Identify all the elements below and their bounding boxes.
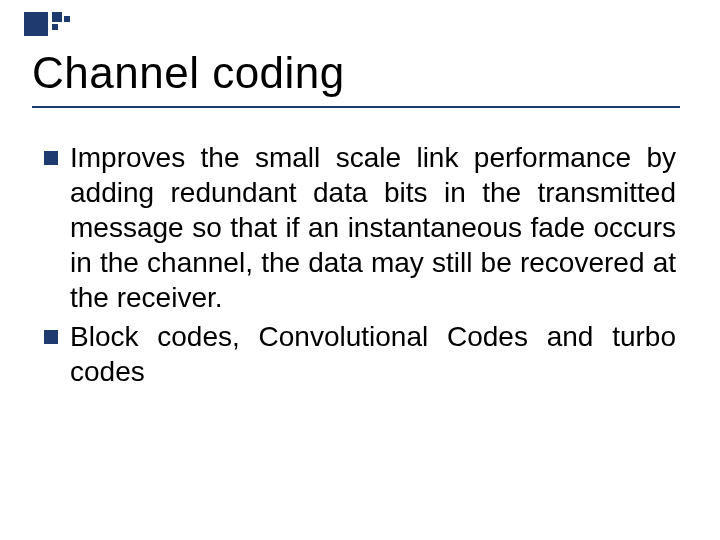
slide-title: Channel coding xyxy=(32,48,345,98)
deco-square-tiny xyxy=(64,16,70,22)
bullet-square-icon xyxy=(44,151,58,165)
slide-content: Improves the small scale link performanc… xyxy=(44,140,676,393)
deco-square-tiny xyxy=(52,24,58,30)
bullet-text: Improves the small scale link performanc… xyxy=(70,140,676,315)
deco-square-large xyxy=(24,12,48,36)
deco-square-small xyxy=(52,12,62,22)
bullet-text: Block codes, Convolutional Codes and tur… xyxy=(70,319,676,389)
bullet-item: Improves the small scale link performanc… xyxy=(44,140,676,315)
corner-decoration xyxy=(24,12,70,36)
title-underline xyxy=(32,106,680,108)
bullet-square-icon xyxy=(44,330,58,344)
bullet-item: Block codes, Convolutional Codes and tur… xyxy=(44,319,676,389)
